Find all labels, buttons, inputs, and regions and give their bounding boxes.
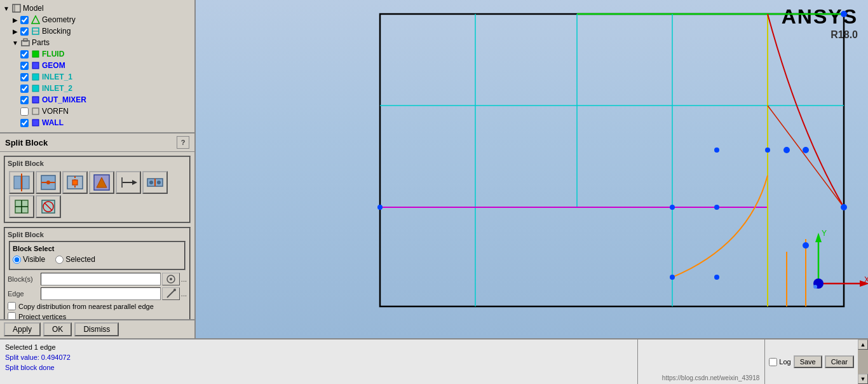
radio-selected-input[interactable] xyxy=(55,256,64,264)
edge-field-row: Edge ... xyxy=(8,287,187,300)
check-blocking[interactable] xyxy=(20,27,29,36)
outmixer-icon xyxy=(31,95,41,105)
inlet1-label: INLET_1 xyxy=(42,72,72,81)
svg-marker-66 xyxy=(815,233,822,242)
copy-distribution-check[interactable] xyxy=(8,302,16,310)
svg-rect-14 xyxy=(14,176,21,189)
log-scrollbar: ▲ ▼ xyxy=(858,339,868,384)
split-btn-6[interactable] xyxy=(142,171,168,194)
svg-rect-8 xyxy=(32,62,39,69)
check-vorfn[interactable] xyxy=(20,107,29,116)
check-geometry[interactable] xyxy=(20,16,29,24)
expand-blocking[interactable]: ▶ xyxy=(11,27,19,35)
split-btn-2[interactable] xyxy=(36,171,61,194)
split-btn-7[interactable] xyxy=(9,195,34,218)
log-controls: Log Save Clear xyxy=(764,339,858,384)
help-icon[interactable]: ? xyxy=(177,136,189,149)
check-outmixer[interactable] xyxy=(20,96,29,104)
svg-rect-7 xyxy=(32,51,39,57)
ok-button[interactable]: OK xyxy=(43,322,72,336)
apply-button[interactable]: Apply xyxy=(4,322,41,336)
main-container: ▼ Model ▶ Geometry ▶ xyxy=(0,0,868,338)
svg-point-53 xyxy=(714,147,719,153)
svg-rect-22 xyxy=(72,180,78,185)
split-btn-3[interactable] xyxy=(62,171,88,194)
expand-model[interactable]: ▼ xyxy=(3,4,10,12)
fluid-label: FLUID xyxy=(42,50,64,58)
blocks-pick-btn[interactable] xyxy=(162,273,180,285)
edge-input[interactable] xyxy=(41,287,161,300)
scroll-up-arrow[interactable]: ▲ xyxy=(858,339,868,350)
radio-selected[interactable]: Selected xyxy=(55,255,95,264)
svg-rect-10 xyxy=(32,85,39,92)
expand-parts[interactable]: ▼ xyxy=(11,39,19,46)
split-btn-5[interactable] xyxy=(116,171,141,194)
block-select-group: Block Select Visible Selected xyxy=(9,241,186,270)
expand-geometry[interactable]: ▶ xyxy=(11,16,19,24)
geometry-label: Geometry xyxy=(42,15,76,24)
model-label: Model xyxy=(23,4,44,13)
svg-point-30 xyxy=(149,181,153,184)
svg-point-58 xyxy=(803,147,809,153)
tree-panel: ▼ Model ▶ Geometry ▶ xyxy=(0,0,194,134)
tree-item-model: ▼ Model xyxy=(3,3,192,14)
svg-marker-2 xyxy=(32,16,39,24)
edge-pick-btn[interactable] xyxy=(162,287,180,300)
svg-point-61 xyxy=(841,11,847,17)
edge-label: Edge xyxy=(8,290,41,298)
dismiss-button[interactable]: Dismiss xyxy=(74,322,119,336)
check-geom[interactable] xyxy=(20,62,29,70)
split-btn-8[interactable] xyxy=(36,195,61,218)
tree-item-vorfn: VORFN xyxy=(3,106,192,117)
split-block2-section: Split Block Block Select Visible Selecte… xyxy=(4,227,191,319)
check-inlet1[interactable] xyxy=(20,73,29,81)
log-content: Selected 1 edge Split value: 0.494072 Sp… xyxy=(0,339,637,384)
scroll-down-arrow[interactable]: ▼ xyxy=(858,374,868,384)
blocking-icon xyxy=(31,26,41,36)
svg-rect-15 xyxy=(22,176,29,189)
geom-label: GEOM xyxy=(42,61,65,70)
url-bar: https://blog.csdn.net/weixin_43918 xyxy=(643,374,759,381)
viewport[interactable]: ANSYS R18.0 xyxy=(196,0,868,338)
svg-point-72 xyxy=(813,285,817,289)
tree-item-inlet2: INLET_2 xyxy=(3,83,192,94)
split-block-icons-section: Split Block xyxy=(4,156,191,223)
blocks-dots[interactable]: ... xyxy=(181,275,187,283)
radio-visible[interactable]: Visible xyxy=(13,255,45,264)
project-vertices-label: Project vertices xyxy=(18,313,66,320)
edge-dots[interactable]: ... xyxy=(181,290,187,298)
radio-row: Visible Selected xyxy=(13,255,182,264)
svg-rect-12 xyxy=(32,108,39,114)
log-check-label[interactable]: Log xyxy=(769,358,790,366)
radio-visible-input[interactable] xyxy=(13,256,21,264)
tree-item-geometry: ▶ Geometry xyxy=(3,14,192,25)
split-btn-1[interactable] xyxy=(9,171,34,194)
left-panel: ▼ Model ▶ Geometry ▶ xyxy=(0,0,196,338)
split-block2-title: Split Block xyxy=(8,231,187,238)
blocks-input[interactable] xyxy=(41,273,161,285)
save-button[interactable]: Save xyxy=(794,355,822,368)
split-block-title: Split Block xyxy=(5,138,48,147)
check-wall[interactable] xyxy=(20,119,29,127)
blocks-field-row: Block(s) ... xyxy=(8,273,187,285)
check-fluid[interactable] xyxy=(20,50,29,58)
log-label: Log xyxy=(779,358,790,366)
check-inlet2[interactable] xyxy=(20,85,29,93)
clear-button[interactable]: Clear xyxy=(825,355,854,368)
blocking-label: Blocking xyxy=(42,27,71,36)
svg-point-62 xyxy=(841,204,847,210)
project-vertices-check[interactable] xyxy=(8,312,16,319)
log-checkbox[interactable] xyxy=(769,358,777,366)
viewport-drawing: Y X xyxy=(196,0,868,338)
split-block-header: Split Block ? xyxy=(0,134,194,152)
svg-point-54 xyxy=(765,147,770,153)
svg-marker-26 xyxy=(132,180,137,185)
svg-point-57 xyxy=(783,147,790,153)
svg-point-64 xyxy=(714,275,719,280)
svg-point-19 xyxy=(46,181,50,184)
split-block-outer: Split Block ? Split Block xyxy=(0,134,194,319)
outmixer-label: OUT_MIXER xyxy=(42,95,86,104)
inlet2-icon xyxy=(31,83,41,93)
split-btn-4[interactable] xyxy=(89,171,114,194)
fluid-icon xyxy=(31,49,41,59)
